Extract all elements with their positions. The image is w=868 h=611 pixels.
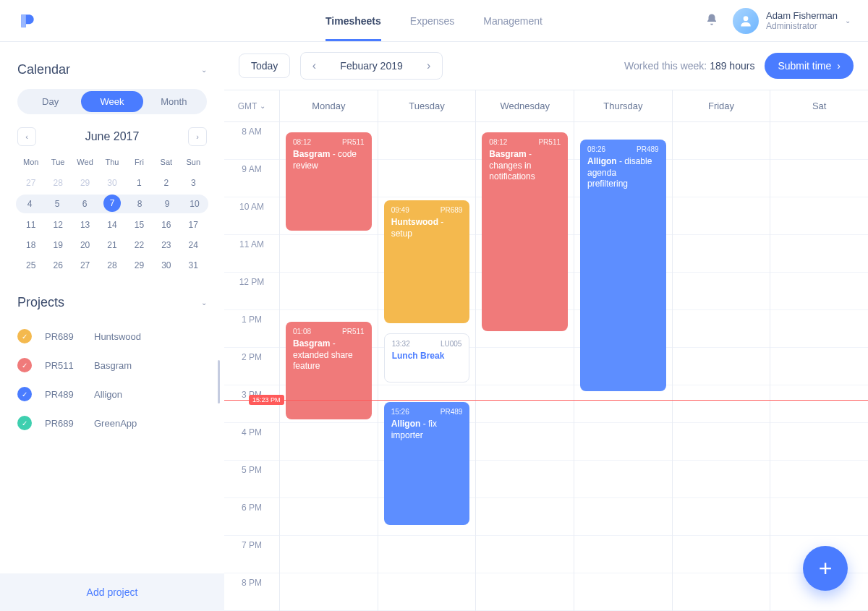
calendar-day[interactable]: 19 [44,236,71,255]
calendar-day[interactable]: 9 [153,195,181,213]
calendar-day[interactable]: 14 [98,215,125,234]
day-column[interactable] [672,122,770,611]
view-month[interactable]: Month [143,91,205,112]
add-project-button[interactable]: Add project [0,573,224,611]
calendar-event[interactable]: 13:32LU005Lunch Break [384,333,470,383]
logo[interactable] [17,11,38,31]
project-badge-icon: ✓ [17,358,32,372]
timezone-selector[interactable]: GMT⌄ [224,90,279,121]
project-item[interactable]: ✓PR689GreenApp [17,409,207,437]
calendar-day[interactable]: 8 [126,195,153,213]
view-week[interactable]: Week [81,91,142,112]
calendar-day[interactable]: 17 [180,215,207,234]
add-event-fab[interactable]: + [803,546,848,591]
project-code: PR689 [45,331,81,342]
project-name: Alligon [94,389,122,400]
calendar-day[interactable]: 13 [72,215,98,234]
day-header: Wednesday [475,90,574,121]
calendar-day[interactable]: 12 [44,215,71,234]
projects-title: Projects [17,295,64,310]
next-period-button[interactable]: › [416,53,442,79]
calendar-day[interactable]: 27 [17,174,44,192]
calendar-day[interactable]: 28 [98,256,125,275]
day-column[interactable]: 08:12PR511Basgram - changes in notificat… [475,122,574,611]
prev-period-button[interactable]: ‹ [301,53,327,79]
tab-expenses[interactable]: Expenses [410,1,454,41]
view-day[interactable]: Day [20,91,81,112]
avatar [733,8,759,34]
project-code: PR689 [45,418,81,429]
calendar-event[interactable]: 09:49PR689Huntswood - setup [384,200,470,323]
hour-label: 4 PM [224,423,279,460]
calendar-day[interactable]: 11 [17,215,44,234]
calendar-day[interactable]: 10 [181,195,208,213]
next-month-button[interactable]: › [188,127,207,146]
calendar-day[interactable]: 25 [17,256,44,275]
day-column[interactable]: 08:26PR489Alligon - disable agenda prefi… [574,122,672,611]
chevron-right-icon: › [837,60,841,72]
hour-label: 8 AM [224,122,279,159]
calendar-day[interactable]: 7 [103,195,121,212]
project-item[interactable]: ✓PR689Huntswood [17,322,207,351]
project-badge-icon: ✓ [17,416,32,430]
calendar-day[interactable]: 21 [98,236,125,255]
svg-point-0 [744,16,749,21]
day-header: Tuesday [378,90,476,121]
projects-collapse-icon[interactable]: ⌄ [201,299,207,307]
day-column[interactable] [770,122,868,611]
hour-label: 7 PM [224,536,279,573]
project-code: PR489 [45,389,81,400]
day-header: Friday [672,90,770,121]
calendar-event[interactable]: 08:26PR489Alligon - disable agenda prefi… [580,140,666,391]
project-code: PR511 [45,360,81,371]
view-toggle: DayWeekMonth [17,89,207,114]
calendar-day[interactable]: 27 [72,256,98,275]
calendar-day[interactable]: 20 [72,236,98,255]
hour-label: 1 PM [224,310,279,347]
calendar-day[interactable]: 2 [153,174,179,192]
calendar-day[interactable]: 29 [126,256,153,275]
calendar-day[interactable]: 26 [44,256,71,275]
calendar-event[interactable]: 15:26PR489Alligon - fix importer [384,402,470,525]
calendar-day[interactable]: 16 [153,215,179,234]
scrollbar[interactable] [218,360,220,403]
tab-timesheets[interactable]: Timesheets [326,1,381,41]
mini-calendar: MonTueWedThuFriSatSun 272829301234567891… [17,155,207,275]
notifications-icon[interactable] [705,13,718,29]
calendar-event[interactable]: 08:12PR511Basgram - code review [286,132,372,231]
calendar-day[interactable]: 30 [153,256,179,275]
user-menu[interactable]: Adam Fisherman Administrator ⌄ [733,8,851,34]
prev-month-button[interactable]: ‹ [17,127,36,146]
day-column[interactable]: 08:12PR511Basgram - code review01:08PR51… [279,122,378,611]
calendar-day[interactable]: 4 [16,195,43,213]
calendar-title: Calendar [17,62,70,77]
day-header: Monday [279,90,378,121]
project-item[interactable]: ✓PR489Alligon [17,380,207,409]
calendar-day[interactable]: 18 [17,236,44,255]
calendar-day[interactable]: 1 [126,174,153,192]
calendar-collapse-icon[interactable]: ⌄ [201,66,207,74]
today-button[interactable]: Today [239,54,290,78]
day-column[interactable]: 09:49PR689Huntswood - setup13:32LU005Lun… [378,122,476,611]
calendar-event[interactable]: 01:08PR511Basgram - extanded share featu… [286,322,372,419]
calendar-day[interactable]: 31 [180,256,207,275]
calendar-event[interactable]: 08:12PR511Basgram - changes in notificat… [482,132,568,331]
tab-management[interactable]: Management [483,1,542,41]
calendar-day[interactable]: 23 [153,236,179,255]
hour-label: 2 PM [224,348,279,385]
calendar-day[interactable]: 29 [72,174,98,192]
calendar-day[interactable]: 6 [71,195,98,213]
hour-label: 6 PM [224,498,279,535]
hour-label: 10 AM [224,197,279,234]
calendar-day[interactable]: 3 [180,174,207,192]
calendar-day[interactable]: 30 [98,174,125,192]
project-item[interactable]: ✓PR511Basgram [17,351,207,380]
submit-time-button[interactable]: Submit time› [765,53,854,79]
calendar-day[interactable]: 22 [126,236,153,255]
calendar-day[interactable]: 24 [180,236,207,255]
calendar-day[interactable]: 5 [43,195,71,213]
month-label: June 2017 [85,130,140,143]
hour-label: 11 AM [224,235,279,272]
calendar-day[interactable]: 15 [126,215,153,234]
calendar-day[interactable]: 28 [44,174,71,192]
